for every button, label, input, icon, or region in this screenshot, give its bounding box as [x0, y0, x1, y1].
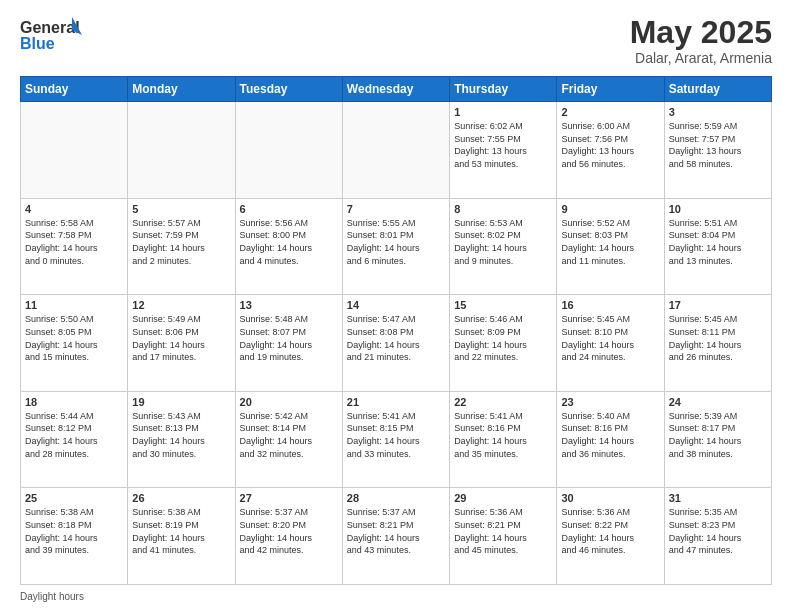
- day-number: 9: [561, 203, 659, 215]
- day-info: Sunrise: 6:02 AM Sunset: 7:55 PM Dayligh…: [454, 120, 552, 170]
- header-day-tuesday: Tuesday: [235, 77, 342, 102]
- calendar-cell: 17Sunrise: 5:45 AM Sunset: 8:11 PM Dayli…: [664, 295, 771, 392]
- calendar-cell: 29Sunrise: 5:36 AM Sunset: 8:21 PM Dayli…: [450, 488, 557, 585]
- day-number: 15: [454, 299, 552, 311]
- calendar-cell: 22Sunrise: 5:41 AM Sunset: 8:16 PM Dayli…: [450, 391, 557, 488]
- week-row-2: 11Sunrise: 5:50 AM Sunset: 8:05 PM Dayli…: [21, 295, 772, 392]
- calendar-cell: 10Sunrise: 5:51 AM Sunset: 8:04 PM Dayli…: [664, 198, 771, 295]
- day-number: 10: [669, 203, 767, 215]
- calendar-cell: [128, 102, 235, 199]
- svg-text:General: General: [20, 19, 80, 36]
- day-number: 3: [669, 106, 767, 118]
- calendar-cell: 2Sunrise: 6:00 AM Sunset: 7:56 PM Daylig…: [557, 102, 664, 199]
- calendar-cell: 11Sunrise: 5:50 AM Sunset: 8:05 PM Dayli…: [21, 295, 128, 392]
- header-day-saturday: Saturday: [664, 77, 771, 102]
- day-number: 18: [25, 396, 123, 408]
- day-info: Sunrise: 5:49 AM Sunset: 8:06 PM Dayligh…: [132, 313, 230, 363]
- day-number: 8: [454, 203, 552, 215]
- day-number: 29: [454, 492, 552, 504]
- week-row-3: 18Sunrise: 5:44 AM Sunset: 8:12 PM Dayli…: [21, 391, 772, 488]
- day-number: 16: [561, 299, 659, 311]
- header-day-sunday: Sunday: [21, 77, 128, 102]
- day-number: 21: [347, 396, 445, 408]
- day-number: 22: [454, 396, 552, 408]
- day-info: Sunrise: 5:41 AM Sunset: 8:15 PM Dayligh…: [347, 410, 445, 460]
- page-title: May 2025: [630, 15, 772, 50]
- day-info: Sunrise: 5:42 AM Sunset: 8:14 PM Dayligh…: [240, 410, 338, 460]
- day-info: Sunrise: 5:37 AM Sunset: 8:20 PM Dayligh…: [240, 506, 338, 556]
- day-info: Sunrise: 5:37 AM Sunset: 8:21 PM Dayligh…: [347, 506, 445, 556]
- calendar-cell: 13Sunrise: 5:48 AM Sunset: 8:07 PM Dayli…: [235, 295, 342, 392]
- day-info: Sunrise: 5:52 AM Sunset: 8:03 PM Dayligh…: [561, 217, 659, 267]
- day-info: Sunrise: 5:48 AM Sunset: 8:07 PM Dayligh…: [240, 313, 338, 363]
- day-number: 19: [132, 396, 230, 408]
- day-info: Sunrise: 5:43 AM Sunset: 8:13 PM Dayligh…: [132, 410, 230, 460]
- day-number: 4: [25, 203, 123, 215]
- calendar-cell: 15Sunrise: 5:46 AM Sunset: 8:09 PM Dayli…: [450, 295, 557, 392]
- day-number: 14: [347, 299, 445, 311]
- day-number: 30: [561, 492, 659, 504]
- day-info: Sunrise: 6:00 AM Sunset: 7:56 PM Dayligh…: [561, 120, 659, 170]
- day-info: Sunrise: 5:57 AM Sunset: 7:59 PM Dayligh…: [132, 217, 230, 267]
- header-row: SundayMondayTuesdayWednesdayThursdayFrid…: [21, 77, 772, 102]
- day-info: Sunrise: 5:55 AM Sunset: 8:01 PM Dayligh…: [347, 217, 445, 267]
- header-day-thursday: Thursday: [450, 77, 557, 102]
- calendar-cell: 3Sunrise: 5:59 AM Sunset: 7:57 PM Daylig…: [664, 102, 771, 199]
- day-info: Sunrise: 5:58 AM Sunset: 7:58 PM Dayligh…: [25, 217, 123, 267]
- calendar-cell: 20Sunrise: 5:42 AM Sunset: 8:14 PM Dayli…: [235, 391, 342, 488]
- calendar-cell: 31Sunrise: 5:35 AM Sunset: 8:23 PM Dayli…: [664, 488, 771, 585]
- calendar-table: SundayMondayTuesdayWednesdayThursdayFrid…: [20, 76, 772, 585]
- day-info: Sunrise: 5:35 AM Sunset: 8:23 PM Dayligh…: [669, 506, 767, 556]
- title-block: May 2025 Dalar, Ararat, Armenia: [630, 15, 772, 66]
- calendar-cell: 28Sunrise: 5:37 AM Sunset: 8:21 PM Dayli…: [342, 488, 449, 585]
- day-number: 27: [240, 492, 338, 504]
- day-number: 11: [25, 299, 123, 311]
- day-info: Sunrise: 5:50 AM Sunset: 8:05 PM Dayligh…: [25, 313, 123, 363]
- calendar-cell: [235, 102, 342, 199]
- page-subtitle: Dalar, Ararat, Armenia: [630, 50, 772, 66]
- week-row-0: 1Sunrise: 6:02 AM Sunset: 7:55 PM Daylig…: [21, 102, 772, 199]
- day-number: 24: [669, 396, 767, 408]
- day-info: Sunrise: 5:36 AM Sunset: 8:22 PM Dayligh…: [561, 506, 659, 556]
- calendar-cell: [21, 102, 128, 199]
- calendar-cell: 24Sunrise: 5:39 AM Sunset: 8:17 PM Dayli…: [664, 391, 771, 488]
- day-info: Sunrise: 5:41 AM Sunset: 8:16 PM Dayligh…: [454, 410, 552, 460]
- header: GeneralBlue May 2025 Dalar, Ararat, Arme…: [20, 15, 772, 66]
- calendar-cell: 30Sunrise: 5:36 AM Sunset: 8:22 PM Dayli…: [557, 488, 664, 585]
- calendar-cell: 1Sunrise: 6:02 AM Sunset: 7:55 PM Daylig…: [450, 102, 557, 199]
- calendar-cell: 8Sunrise: 5:53 AM Sunset: 8:02 PM Daylig…: [450, 198, 557, 295]
- day-info: Sunrise: 5:38 AM Sunset: 8:19 PM Dayligh…: [132, 506, 230, 556]
- day-info: Sunrise: 5:51 AM Sunset: 8:04 PM Dayligh…: [669, 217, 767, 267]
- calendar-cell: 7Sunrise: 5:55 AM Sunset: 8:01 PM Daylig…: [342, 198, 449, 295]
- day-info: Sunrise: 5:45 AM Sunset: 8:10 PM Dayligh…: [561, 313, 659, 363]
- logo: GeneralBlue: [20, 15, 90, 55]
- svg-text:Blue: Blue: [20, 35, 55, 52]
- day-info: Sunrise: 5:47 AM Sunset: 8:08 PM Dayligh…: [347, 313, 445, 363]
- calendar-cell: 27Sunrise: 5:37 AM Sunset: 8:20 PM Dayli…: [235, 488, 342, 585]
- calendar-cell: 23Sunrise: 5:40 AM Sunset: 8:16 PM Dayli…: [557, 391, 664, 488]
- day-number: 31: [669, 492, 767, 504]
- calendar-cell: 25Sunrise: 5:38 AM Sunset: 8:18 PM Dayli…: [21, 488, 128, 585]
- day-number: 25: [25, 492, 123, 504]
- day-info: Sunrise: 5:53 AM Sunset: 8:02 PM Dayligh…: [454, 217, 552, 267]
- header-day-monday: Monday: [128, 77, 235, 102]
- calendar-cell: 14Sunrise: 5:47 AM Sunset: 8:08 PM Dayli…: [342, 295, 449, 392]
- day-number: 5: [132, 203, 230, 215]
- day-number: 6: [240, 203, 338, 215]
- day-info: Sunrise: 5:45 AM Sunset: 8:11 PM Dayligh…: [669, 313, 767, 363]
- week-row-1: 4Sunrise: 5:58 AM Sunset: 7:58 PM Daylig…: [21, 198, 772, 295]
- calendar-cell: 26Sunrise: 5:38 AM Sunset: 8:19 PM Dayli…: [128, 488, 235, 585]
- day-number: 1: [454, 106, 552, 118]
- calendar-cell: 9Sunrise: 5:52 AM Sunset: 8:03 PM Daylig…: [557, 198, 664, 295]
- footer-note: Daylight hours: [20, 591, 772, 602]
- calendar-cell: 21Sunrise: 5:41 AM Sunset: 8:15 PM Dayli…: [342, 391, 449, 488]
- day-info: Sunrise: 5:36 AM Sunset: 8:21 PM Dayligh…: [454, 506, 552, 556]
- calendar-cell: 4Sunrise: 5:58 AM Sunset: 7:58 PM Daylig…: [21, 198, 128, 295]
- calendar-cell: 16Sunrise: 5:45 AM Sunset: 8:10 PM Dayli…: [557, 295, 664, 392]
- calendar-cell: 6Sunrise: 5:56 AM Sunset: 8:00 PM Daylig…: [235, 198, 342, 295]
- day-number: 13: [240, 299, 338, 311]
- calendar-body: 1Sunrise: 6:02 AM Sunset: 7:55 PM Daylig…: [21, 102, 772, 585]
- week-row-4: 25Sunrise: 5:38 AM Sunset: 8:18 PM Dayli…: [21, 488, 772, 585]
- day-info: Sunrise: 5:46 AM Sunset: 8:09 PM Dayligh…: [454, 313, 552, 363]
- day-number: 26: [132, 492, 230, 504]
